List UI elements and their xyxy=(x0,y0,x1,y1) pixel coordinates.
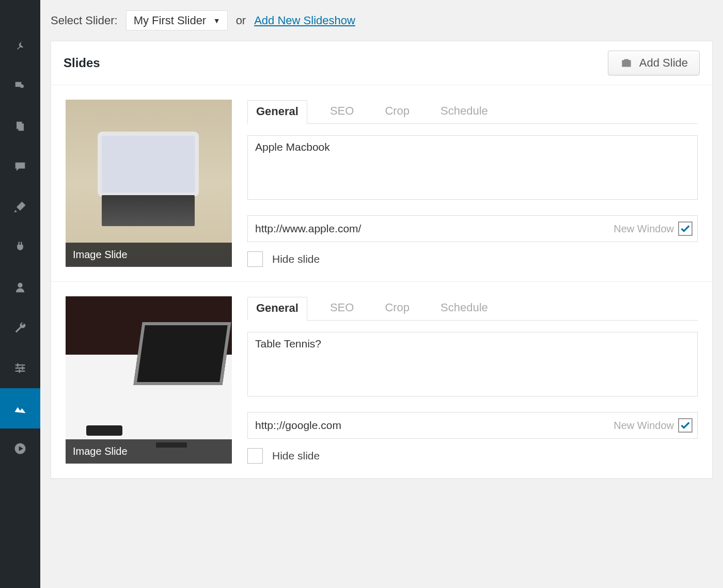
slide-form: General SEO Crop Schedule New Window Hid… xyxy=(247,100,698,267)
add-new-slideshow-link[interactable]: Add New Slideshow xyxy=(254,14,355,27)
hide-slide-toggle[interactable]: Hide slide xyxy=(247,448,698,464)
slider-select[interactable]: My First Slider xyxy=(126,10,228,30)
sidebar-item-pages[interactable] xyxy=(0,106,40,147)
slide-row: Image Slide General SEO Crop Schedule Ne… xyxy=(51,282,712,479)
hide-slide-checkbox[interactable] xyxy=(247,251,263,267)
sidebar-item-plugins[interactable] xyxy=(0,227,40,267)
tab-schedule[interactable]: Schedule xyxy=(432,297,496,321)
comment-icon xyxy=(13,160,27,174)
thumbnail-caption: Image Slide xyxy=(66,243,232,267)
add-slide-label: Add Slide xyxy=(639,56,688,70)
tab-seo[interactable]: SEO xyxy=(322,297,362,321)
sliders-icon xyxy=(13,361,27,375)
tab-crop[interactable]: Crop xyxy=(376,100,418,124)
sidebar-item-settings[interactable] xyxy=(0,348,40,388)
check-icon xyxy=(680,223,691,234)
caption-input[interactable] xyxy=(247,135,698,200)
new-window-label: New Window xyxy=(614,223,674,235)
check-icon xyxy=(680,420,691,431)
sidebar-item-comments[interactable] xyxy=(0,147,40,187)
plug-icon xyxy=(13,240,27,255)
admin-sidebar xyxy=(0,0,40,588)
sidebar-item-users[interactable] xyxy=(0,267,40,308)
hide-slide-label: Hide slide xyxy=(272,253,320,265)
media-icon xyxy=(13,79,27,93)
add-slide-button[interactable]: Add Slide xyxy=(608,51,700,75)
thumbnail-image xyxy=(66,296,232,463)
brush-icon xyxy=(13,200,27,214)
slide-tabs: General SEO Crop Schedule xyxy=(247,296,698,321)
slide-form: General SEO Crop Schedule New Window Hid… xyxy=(247,296,698,464)
thumbnail-image xyxy=(66,100,232,266)
thumbnail-caption: Image Slide xyxy=(66,439,232,464)
hide-slide-checkbox[interactable] xyxy=(247,448,263,464)
main-content: Select Slider: My First Slider or Add Ne… xyxy=(40,0,723,588)
sidebar-item-slider[interactable] xyxy=(0,388,40,428)
wrench-icon xyxy=(13,321,27,335)
hide-slide-label: Hide slide xyxy=(272,450,320,462)
sidebar-item-media[interactable] xyxy=(0,66,40,106)
slide-row: Image Slide General SEO Crop Schedule Ne… xyxy=(51,85,712,282)
sidebar-item-pin[interactable] xyxy=(0,26,40,66)
tab-general[interactable]: General xyxy=(247,100,307,124)
user-icon xyxy=(13,280,27,295)
slider-selector-row: Select Slider: My First Slider or Add Ne… xyxy=(51,0,713,41)
tab-schedule[interactable]: Schedule xyxy=(432,100,496,124)
hide-slide-toggle[interactable]: Hide slide xyxy=(247,251,698,267)
tab-general[interactable]: General xyxy=(247,297,307,321)
new-window-label: New Window xyxy=(614,420,674,432)
select-slider-label: Select Slider: xyxy=(51,14,118,27)
play-circle-icon xyxy=(13,441,27,456)
sidebar-item-tools[interactable] xyxy=(0,308,40,348)
new-window-toggle[interactable]: New Window xyxy=(614,418,693,433)
sidebar-item-play[interactable] xyxy=(0,428,40,469)
sidebar-item-appearance[interactable] xyxy=(0,187,40,227)
tab-crop[interactable]: Crop xyxy=(376,297,418,321)
or-text: or xyxy=(236,14,246,27)
slider-icon xyxy=(13,401,27,416)
tab-seo[interactable]: SEO xyxy=(322,100,362,124)
pin-icon xyxy=(13,39,27,53)
panel-header: Slides Add Slide xyxy=(51,41,712,85)
slide-thumbnail[interactable]: Image Slide xyxy=(66,296,232,464)
caption-input[interactable] xyxy=(247,332,698,396)
new-window-checkbox[interactable] xyxy=(678,221,693,236)
slide-thumbnail[interactable]: Image Slide xyxy=(66,100,232,267)
slide-tabs: General SEO Crop Schedule xyxy=(247,100,698,124)
camera-icon xyxy=(620,56,633,70)
panel-title: Slides xyxy=(64,56,100,70)
slides-panel: Slides Add Slide Image Slide General SEO… xyxy=(51,41,713,479)
new-window-checkbox[interactable] xyxy=(678,418,693,433)
pages-icon xyxy=(13,119,27,134)
new-window-toggle[interactable]: New Window xyxy=(614,221,693,236)
